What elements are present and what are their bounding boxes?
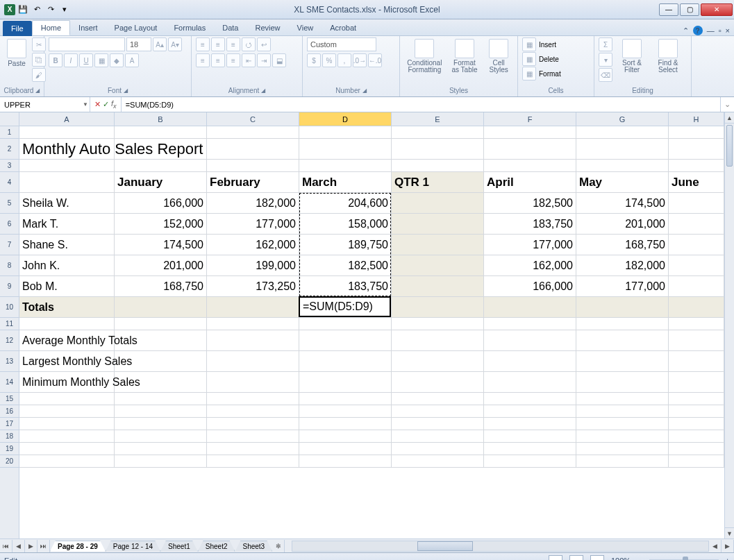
cell-E18[interactable] — [392, 430, 484, 443]
orientation-icon[interactable]: ⭯ — [242, 37, 256, 51]
page-layout-view-icon[interactable] — [569, 555, 583, 561]
cell-C3[interactable] — [207, 160, 299, 172]
cell-A6[interactable]: Mark T. — [19, 214, 115, 235]
help-icon[interactable]: ? — [693, 26, 703, 35]
cell-B17[interactable] — [115, 418, 207, 430]
cut-icon[interactable]: ✂ — [32, 37, 46, 51]
cell-B10[interactable] — [115, 297, 207, 318]
undo-icon[interactable]: ↶ — [31, 3, 43, 16]
cell-E11[interactable] — [392, 318, 484, 330]
scroll-left-icon[interactable]: ◀ — [709, 540, 722, 552]
paste-button[interactable]: Paste — [4, 37, 29, 69]
scroll-up-icon[interactable]: ▲ — [725, 112, 734, 124]
align-top-icon[interactable]: ≡ — [196, 37, 210, 51]
cell-E8[interactable] — [392, 255, 484, 276]
cell-G11[interactable] — [576, 318, 669, 330]
cell-F14[interactable] — [484, 372, 576, 393]
borders-button[interactable]: ▦ — [94, 53, 108, 67]
cell-A2[interactable]: Monthly Auto Sales Report — [19, 139, 115, 160]
cell-D19[interactable] — [299, 443, 392, 455]
cell-F5[interactable]: 182,500 — [484, 193, 576, 214]
vscroll-thumb[interactable] — [726, 125, 733, 167]
cell-E2[interactable] — [392, 139, 484, 160]
cancel-formula-icon[interactable]: ✕ — [94, 100, 101, 109]
sheet-tab-page-28---29[interactable]: Page 28 - 29 — [50, 541, 106, 552]
first-sheet-icon[interactable]: ⏮ — [0, 540, 12, 552]
cell-H13[interactable] — [669, 351, 724, 372]
cell-H9[interactable] — [669, 276, 724, 297]
column-header-D[interactable]: D — [299, 112, 392, 126]
cell-D6[interactable]: 158,000 — [299, 214, 392, 235]
row-header-20[interactable]: 20 — [0, 455, 19, 468]
ribbon-tab-acrobat[interactable]: Acrobat — [322, 20, 365, 35]
zoom-in-icon[interactable]: + — [726, 557, 730, 561]
cell-E10[interactable] — [392, 297, 484, 318]
minimize-button[interactable]: — — [659, 3, 678, 16]
cell-B9[interactable]: 168,750 — [115, 276, 207, 297]
cell-D5[interactable]: 204,600 — [299, 193, 392, 214]
cell-D7[interactable]: 189,750 — [299, 235, 392, 255]
window-min-icon[interactable]: — — [707, 26, 715, 35]
cell-B6[interactable]: 152,000 — [115, 214, 207, 235]
cell-G7[interactable]: 168,750 — [576, 235, 669, 255]
cell-G2[interactable] — [576, 139, 669, 160]
next-sheet-icon[interactable]: ▶ — [25, 540, 37, 552]
cell-G16[interactable] — [576, 405, 669, 418]
clipboard-dialog-launcher[interactable]: ◢ — [35, 87, 40, 94]
cell-A19[interactable] — [19, 443, 115, 455]
horizontal-scrollbar[interactable] — [292, 541, 709, 552]
merge-center-button[interactable]: ⬓ — [272, 53, 286, 67]
cell-C14[interactable] — [207, 372, 299, 393]
cell-A1[interactable] — [19, 126, 115, 139]
copy-icon[interactable]: ⿻ — [32, 53, 46, 67]
cell-B8[interactable]: 201,000 — [115, 255, 207, 276]
cell-A5[interactable]: Sheila W. — [19, 193, 115, 214]
cell-E15[interactable] — [392, 393, 484, 405]
formula-input[interactable]: =SUM(D5:D9) — [122, 97, 720, 112]
cell-A10[interactable]: Totals — [19, 297, 115, 318]
cell-B18[interactable] — [115, 430, 207, 443]
zoom-out-icon[interactable]: − — [637, 557, 642, 561]
minimize-ribbon-icon[interactable]: ⌃ — [683, 26, 689, 35]
cell-B20[interactable] — [115, 455, 207, 468]
cell-H18[interactable] — [669, 430, 724, 443]
cell-C4[interactable]: February — [207, 172, 299, 193]
cell-H15[interactable] — [669, 393, 724, 405]
cell-G9[interactable]: 177,000 — [576, 276, 669, 297]
cell-A16[interactable] — [19, 405, 115, 418]
cell-G5[interactable]: 174,500 — [576, 193, 669, 214]
format-cells-button[interactable]: Format — [539, 70, 561, 78]
cell-A3[interactable] — [19, 160, 115, 172]
cell-A18[interactable] — [19, 430, 115, 443]
hscroll-thumb[interactable] — [417, 541, 473, 551]
conditional-formatting-button[interactable]: Conditional Formatting — [404, 37, 445, 75]
cell-F20[interactable] — [484, 455, 576, 468]
row-header-17[interactable]: 17 — [0, 418, 19, 430]
cell-H17[interactable] — [669, 418, 724, 430]
cell-F11[interactable] — [484, 318, 576, 330]
column-header-B[interactable]: B — [115, 112, 207, 126]
font-color-button[interactable]: A — [125, 53, 139, 67]
cell-B15[interactable] — [115, 393, 207, 405]
cell-A11[interactable] — [19, 318, 115, 330]
cell-F15[interactable] — [484, 393, 576, 405]
maximize-button[interactable]: ▢ — [680, 3, 699, 16]
align-right-icon[interactable]: ≡ — [226, 53, 240, 67]
cell-C1[interactable] — [207, 126, 299, 139]
ribbon-tab-data[interactable]: Data — [214, 20, 247, 35]
cell-G14[interactable] — [576, 372, 669, 393]
align-bottom-icon[interactable]: ≡ — [226, 37, 240, 51]
align-middle-icon[interactable]: ≡ — [211, 37, 225, 51]
cell-H7[interactable] — [669, 235, 724, 255]
row-header-8[interactable]: 8 — [0, 255, 19, 276]
expand-formula-bar-icon[interactable]: ⌄ — [720, 97, 734, 112]
align-center-icon[interactable]: ≡ — [211, 53, 225, 67]
cell-D1[interactable] — [299, 126, 392, 139]
cell-G10[interactable] — [576, 297, 669, 318]
autosum-icon[interactable]: Σ — [599, 37, 612, 51]
cell-D8[interactable]: 182,500 — [299, 255, 392, 276]
new-sheet-icon[interactable]: ✻ — [272, 540, 285, 552]
row-header-3[interactable]: 3 — [0, 160, 19, 172]
cell-A20[interactable] — [19, 455, 115, 468]
cell-B1[interactable] — [115, 126, 207, 139]
